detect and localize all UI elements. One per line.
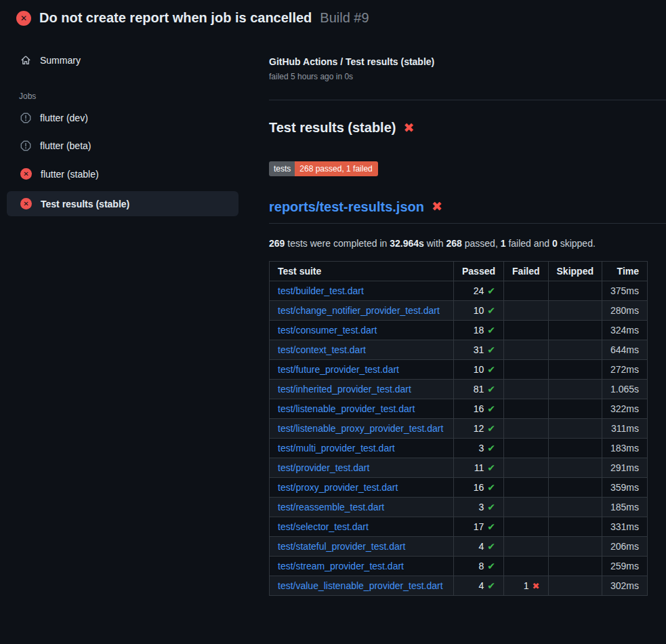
time-value: 272ms	[602, 359, 647, 379]
build-number: Build #9	[320, 10, 369, 26]
sidebar-item-flutter-stable[interactable]: ✕ flutter (stable)	[7, 163, 238, 185]
time-value: 185ms	[602, 497, 647, 517]
report-title: reports/test-results.json ✖	[269, 199, 666, 224]
passed-count: 18	[474, 325, 484, 336]
divider	[269, 100, 666, 100]
passed-count: 16	[474, 482, 484, 493]
run-title: Do not create report when job is cancell…	[39, 10, 312, 26]
passed-count: 81	[474, 384, 484, 395]
table-row: test/change_notifier_provider_test.dart1…	[270, 300, 648, 320]
check-icon: ✔	[487, 443, 495, 454]
passed-count: 16	[474, 403, 484, 414]
check-icon: ✔	[487, 541, 495, 552]
time-value: 259ms	[602, 556, 647, 576]
cancelled-icon	[20, 113, 31, 123]
passed-count: 11	[474, 462, 484, 473]
table-row: test/stream_provider_test.dart8✔259ms	[270, 556, 648, 576]
test-suite-link[interactable]: test/future_provider_test.dart	[278, 364, 399, 375]
check-icon: ✔	[487, 344, 495, 355]
summary-number: 269	[269, 238, 285, 249]
passed-count: 3	[479, 443, 484, 454]
table-row: test/selector_test.dart17✔331ms	[270, 517, 648, 536]
table-row: test/listenable_proxy_provider_test.dart…	[270, 418, 648, 438]
sidebar-item-label: flutter (dev)	[40, 113, 88, 123]
test-suite-link[interactable]: test/context_test.dart	[278, 344, 366, 355]
table-row: test/proxy_provider_test.dart16✔359ms	[270, 477, 648, 497]
time-value: 375ms	[602, 281, 647, 300]
table-row: test/stateful_provider_test.dart4✔206ms	[270, 536, 648, 556]
sidebar-item-label: flutter (beta)	[40, 140, 91, 151]
sidebar-item-flutter-beta[interactable]: flutter (beta)	[7, 135, 238, 157]
report-file-link[interactable]: reports/test-results.json	[269, 199, 424, 215]
check-icon: ✔	[487, 462, 495, 473]
time-value: 206ms	[602, 536, 647, 556]
test-suite-link[interactable]: test/consumer_test.dart	[278, 325, 377, 336]
check-icon: ✔	[487, 384, 495, 395]
time-value: 644ms	[602, 340, 647, 359]
test-suite-link[interactable]: test/proxy_provider_test.dart	[278, 482, 398, 493]
test-suite-link[interactable]: test/provider_test.dart	[278, 462, 369, 473]
x-glyph: ✕	[23, 171, 28, 178]
run-header: ✕ Do not create report when job is cance…	[0, 0, 666, 35]
breadcrumb: GitHub Actions / Test results (stable)	[269, 56, 666, 67]
check-icon: ✔	[487, 561, 495, 571]
test-suite-link[interactable]: test/stream_provider_test.dart	[278, 561, 404, 571]
time-value: 302ms	[602, 576, 647, 595]
failed-icon: ✕	[20, 168, 32, 180]
summary-number: 268	[446, 238, 462, 249]
failed-x-icon: ✖	[432, 200, 442, 213]
column-header-time: Time	[602, 261, 647, 281]
passed-count: 31	[474, 344, 484, 355]
passed-count: 12	[474, 423, 484, 434]
check-icon: ✔	[487, 580, 495, 591]
table-row: test/value_listenable_provider_test.dart…	[270, 576, 648, 595]
test-results-table: Test suite Passed Failed Skipped Time te…	[269, 261, 648, 596]
test-suite-link[interactable]: test/listenable_proxy_provider_test.dart	[278, 423, 443, 434]
sidebar-item-label: flutter (stable)	[41, 169, 99, 180]
table-row: test/multi_provider_test.dart3✔183ms	[270, 438, 648, 458]
badge-label: tests	[269, 161, 295, 176]
passed-count: 24	[474, 285, 484, 296]
sidebar-item-flutter-dev[interactable]: flutter (dev)	[7, 107, 238, 129]
summary-number: 0	[552, 238, 558, 249]
table-row: test/future_provider_test.dart10✔272ms	[270, 359, 648, 379]
time-value: 359ms	[602, 477, 647, 497]
summary-number: 32.964s	[390, 238, 424, 249]
test-suite-link[interactable]: test/change_notifier_provider_test.dart	[278, 305, 440, 316]
time-value: 322ms	[602, 399, 647, 418]
summary-text: tests were completed in	[285, 238, 390, 249]
summary-text: passed,	[462, 238, 501, 249]
sidebar-item-test-results-stable[interactable]: ✕ Test results (stable)	[7, 191, 238, 216]
test-suite-link[interactable]: test/builder_test.dart	[278, 285, 364, 296]
tests-status-badge: tests 268 passed, 1 failed	[269, 161, 378, 176]
test-suite-link[interactable]: test/selector_test.dart	[278, 521, 369, 532]
test-suite-link[interactable]: test/multi_provider_test.dart	[278, 443, 395, 454]
time-value: 183ms	[602, 438, 647, 458]
test-suite-link[interactable]: test/reassemble_test.dart	[278, 502, 384, 512]
check-icon: ✔	[487, 502, 495, 512]
passed-count: 4	[479, 541, 484, 552]
table-row: test/listenable_provider_test.dart16✔322…	[270, 399, 648, 418]
x-glyph: ✕	[23, 201, 28, 207]
column-header-passed: Passed	[454, 261, 504, 281]
cancelled-icon	[20, 140, 31, 151]
time-value: 324ms	[602, 320, 647, 340]
test-table-body: test/builder_test.dart24✔375mstest/chang…	[270, 281, 648, 595]
failed-count: 1	[524, 580, 529, 591]
test-suite-link[interactable]: test/stateful_provider_test.dart	[278, 541, 405, 552]
summary-line: 269 tests were completed in 32.964s with…	[269, 238, 666, 249]
sidebar-item-summary[interactable]: Summary	[7, 49, 238, 71]
table-row: test/provider_test.dart11✔291ms	[270, 458, 648, 477]
sidebar-item-label: Summary	[40, 55, 81, 66]
table-header-row: Test suite Passed Failed Skipped Time	[270, 261, 648, 281]
test-suite-link[interactable]: test/listenable_provider_test.dart	[278, 403, 415, 414]
test-suite-link[interactable]: test/value_listenable_provider_test.dart	[278, 580, 443, 591]
column-header-skipped: Skipped	[548, 261, 602, 281]
passed-count: 17	[474, 521, 484, 532]
passed-count: 8	[479, 561, 484, 571]
passed-count: 4	[479, 580, 484, 591]
table-row: test/builder_test.dart24✔375ms	[270, 281, 648, 300]
time-value: 331ms	[602, 517, 647, 536]
test-suite-link[interactable]: test/inherited_provider_test.dart	[278, 384, 411, 395]
home-icon	[20, 55, 31, 66]
